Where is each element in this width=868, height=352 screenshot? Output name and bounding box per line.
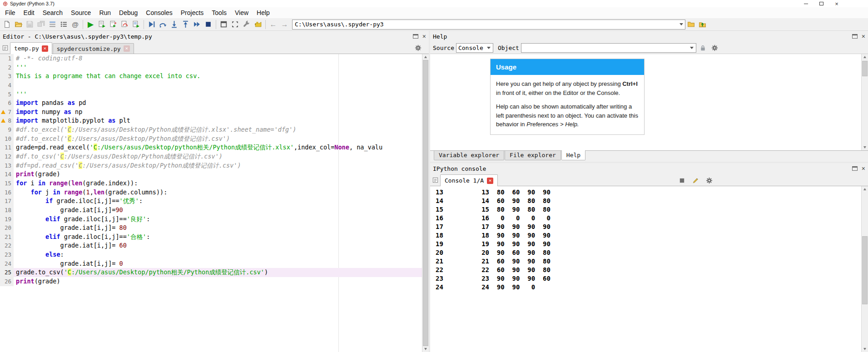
menu-help[interactable]: Help (253, 8, 274, 18)
line-number[interactable]: 16 (0, 188, 14, 197)
run-file-icon[interactable]: ▶ (85, 19, 96, 30)
help-scrollbar[interactable] (861, 54, 868, 150)
menu-edit[interactable]: Edit (20, 8, 39, 18)
console-tab[interactable]: Console 1/A × (440, 174, 498, 186)
editor-undock-icon[interactable] (413, 34, 418, 39)
menu-consoles[interactable]: Consoles (142, 8, 176, 18)
find-symbols-icon[interactable]: @ (69, 19, 81, 30)
code-line-20[interactable]: 20 grade.iat[i,j]= 80 (0, 223, 422, 233)
console-scrollbar[interactable] (861, 186, 868, 352)
code-line-18[interactable]: 18 grade.iat[i,j]=90 (0, 206, 422, 215)
code-line-7[interactable]: 7import numpy as np (0, 108, 422, 117)
line-number[interactable]: 1 (0, 54, 14, 63)
browse-directory-icon[interactable] (685, 19, 697, 30)
console-output[interactable]: 13 13 80 60 90 90 14 14 60 90 80 80 15 1… (430, 186, 861, 352)
back-icon[interactable]: ← (268, 19, 279, 30)
line-number[interactable]: 2 (0, 63, 14, 72)
code-line-2[interactable]: 2''' (0, 63, 422, 72)
minimize-button[interactable] (798, 0, 813, 7)
line-number[interactable]: 18 (0, 206, 14, 215)
console-scrollbar-thumb[interactable] (862, 236, 868, 304)
tab-close-icon[interactable]: × (42, 45, 48, 52)
rerun-cell-icon[interactable] (119, 19, 130, 30)
line-number[interactable]: 17 (0, 197, 14, 206)
line-number[interactable]: 10 (0, 134, 14, 144)
code-line-5[interactable]: 5''' (0, 90, 422, 99)
menu-file[interactable]: File (1, 8, 20, 18)
new-file-icon[interactable] (1, 19, 13, 30)
line-number[interactable]: 23 (0, 250, 14, 259)
editor-scrollbar[interactable] (422, 54, 429, 352)
step-over-icon[interactable] (157, 19, 169, 30)
parent-directory-icon[interactable] (697, 19, 708, 30)
file-switcher-icon[interactable] (47, 19, 58, 30)
editor-tab-spydercustomize-py[interactable]: spydercustomize.py× (53, 43, 134, 54)
line-number[interactable]: 11 (0, 143, 14, 152)
stop-debug-icon[interactable] (203, 19, 214, 30)
run-cell-advance-icon[interactable] (108, 19, 119, 30)
browse-tabs-icon[interactable] (0, 42, 10, 53)
fullscreen-icon[interactable] (229, 19, 241, 30)
code-line-4[interactable]: 4 (0, 81, 422, 90)
code-line-22[interactable]: 22 grade.iat[i,j]= 60 (0, 241, 422, 250)
continue-icon[interactable] (191, 19, 203, 30)
code-line-6[interactable]: 6import pandas as pd (0, 99, 422, 108)
pane-tab-help[interactable]: Help (561, 150, 585, 160)
preferences-icon[interactable] (241, 19, 252, 30)
combo-dropdown-icon[interactable] (688, 44, 696, 52)
line-number[interactable]: 6 (0, 99, 14, 108)
run-selection-icon[interactable] (130, 19, 142, 30)
line-number[interactable]: 26 (0, 277, 14, 286)
line-number[interactable]: 13 (0, 161, 14, 170)
code-line-3[interactable]: 3This is a programe that can change exce… (0, 72, 422, 81)
maximize-pane-icon[interactable] (218, 19, 229, 30)
code-line-11[interactable]: 11grade=pd.read_excel('C:/Users/asus/Des… (0, 143, 422, 152)
save-all-icon[interactable] (35, 19, 47, 30)
menu-source[interactable]: Source (67, 8, 95, 18)
scroll-down-icon[interactable] (862, 346, 868, 352)
code-line-24[interactable]: 24 grade.iat[i,j]= 0 (0, 259, 422, 268)
help-options-gear-icon[interactable] (710, 42, 720, 53)
scroll-up-icon[interactable] (422, 54, 429, 60)
menu-run[interactable]: Run (95, 8, 115, 18)
menu-view[interactable]: View (231, 8, 253, 18)
console-options-gear-icon[interactable] (704, 175, 714, 186)
code-line-26[interactable]: 26print(grade) (0, 277, 422, 286)
line-number[interactable]: 4 (0, 81, 14, 90)
debug-file-icon[interactable] (146, 19, 157, 30)
symbol-list-icon[interactable] (58, 19, 69, 30)
code-line-25[interactable]: 25grade.to_csv('C:/Users/asus/Desktop/py… (0, 268, 422, 277)
line-number[interactable]: 8 (0, 116, 14, 125)
line-number[interactable]: 21 (0, 233, 14, 242)
scroll-up-icon[interactable] (862, 186, 868, 192)
help-undock-icon[interactable] (852, 34, 858, 39)
line-number[interactable]: 24 (0, 259, 14, 268)
pane-tab-variable-explorer[interactable]: Variable explorer (434, 151, 504, 160)
scroll-up-icon[interactable] (862, 54, 868, 60)
editor-scrollbar-thumb[interactable] (423, 60, 428, 346)
help-scrollbar-thumb[interactable] (862, 61, 868, 76)
forward-icon[interactable]: → (279, 19, 290, 30)
interrupt-kernel-icon[interactable] (677, 175, 687, 186)
step-into-icon[interactable] (169, 19, 180, 30)
pythonpath-icon[interactable] (252, 19, 263, 30)
line-number[interactable]: 19 (0, 215, 14, 224)
code-line-12[interactable]: 12#df.to_csv('C:/Users/asus/Desktop/Pyth… (0, 152, 422, 161)
console-undock-icon[interactable] (852, 166, 858, 171)
line-number[interactable]: 22 (0, 241, 14, 250)
working-directory-combobox[interactable]: C:\Users\asus\.spyder-py3 (292, 20, 685, 30)
scroll-down-icon[interactable] (862, 144, 868, 150)
code-line-19[interactable]: 19 elif grade.iloc[i,j]=='良好': (0, 215, 422, 224)
menu-projects[interactable]: Projects (177, 8, 208, 18)
code-line-8[interactable]: 8import matplotlib.pyplot as plt (0, 116, 422, 125)
line-number[interactable]: 7 (0, 108, 14, 117)
line-number[interactable]: 20 (0, 223, 14, 233)
menu-tools[interactable]: Tools (208, 8, 231, 18)
scroll-down-icon[interactable] (422, 346, 429, 352)
inspect-icon[interactable] (690, 175, 700, 186)
menu-debug[interactable]: Debug (115, 8, 142, 18)
combo-dropdown-icon[interactable] (485, 44, 493, 52)
run-cell-icon[interactable] (96, 19, 108, 30)
code-line-15[interactable]: 15for i in range(len(grade.index)): (0, 179, 422, 188)
object-combobox[interactable] (521, 43, 696, 53)
